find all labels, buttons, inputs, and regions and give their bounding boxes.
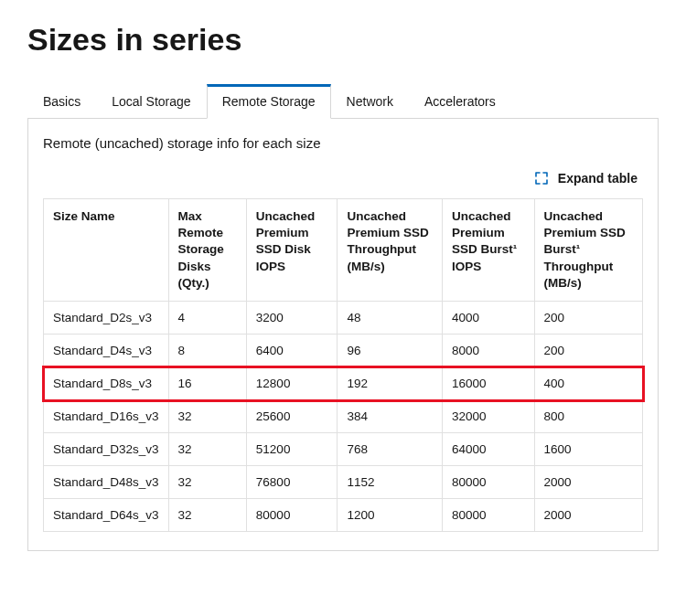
- table-cell: 8000: [443, 335, 535, 367]
- table-cell: 80000: [443, 466, 535, 499]
- table-cell: 25600: [246, 400, 338, 433]
- table-row: Standard_D48s_v332768001152800002000: [44, 466, 643, 499]
- table-cell: 2000: [534, 466, 642, 499]
- table-row: Standard_D8s_v3161280019216000400: [44, 367, 643, 400]
- table-cell: 1200: [338, 499, 443, 532]
- table-cell: 64000: [443, 433, 535, 466]
- table-row: Standard_D64s_v332800001200800002000: [44, 499, 643, 532]
- col-size-name: Size Name: [44, 199, 169, 302]
- table-cell: 12800: [246, 367, 338, 400]
- table-cell: 200: [534, 335, 642, 367]
- tab-local-storage[interactable]: Local Storage: [96, 84, 206, 119]
- table-cell: 192: [338, 367, 443, 400]
- table-cell: 1600: [534, 433, 642, 466]
- table-cell: Standard_D64s_v3: [44, 499, 169, 532]
- table-cell: 51200: [246, 433, 338, 466]
- table-cell: 3200: [246, 302, 338, 335]
- table-cell: 4000: [443, 302, 535, 335]
- tab-remote-storage[interactable]: Remote Storage: [207, 84, 331, 119]
- table-cell: 768: [338, 433, 443, 466]
- tab-accelerators[interactable]: Accelerators: [409, 84, 511, 119]
- col-iops: Uncached Premium SSD Disk IOPS: [246, 199, 338, 302]
- table-cell: Standard_D32s_v3: [44, 433, 169, 466]
- table-cell: 2000: [534, 499, 642, 532]
- table-cell: 76800: [246, 466, 338, 499]
- table-cell: 32: [168, 499, 246, 532]
- table-cell: Standard_D48s_v3: [44, 466, 169, 499]
- table-cell: 6400: [246, 335, 338, 367]
- table-cell: 200: [534, 302, 642, 335]
- table-row: Standard_D32s_v33251200768640001600: [44, 433, 643, 466]
- table-cell: 32000: [443, 400, 535, 433]
- table-cell: 800: [534, 400, 642, 433]
- table-row: Standard_D16s_v3322560038432000800: [44, 400, 643, 433]
- tab-bar: Basics Local Storage Remote Storage Netw…: [27, 83, 659, 119]
- tab-basics[interactable]: Basics: [27, 84, 96, 119]
- col-throughput: Uncached Premium SSD Throughput (MB/s): [338, 199, 443, 302]
- table-cell: 48: [338, 302, 443, 335]
- col-burst-throughput: Uncached Premium SSD Burst¹ Throughput (…: [534, 199, 642, 302]
- col-max-disks: Max Remote Storage Disks (Qty.): [168, 199, 246, 302]
- table-cell: 400: [534, 367, 642, 400]
- table-cell: 16000: [443, 367, 535, 400]
- table-cell: 384: [338, 400, 443, 433]
- tab-panel: Remote (uncached) storage info for each …: [27, 119, 659, 551]
- table-row: Standard_D4s_v386400968000200: [44, 335, 643, 367]
- table-cell: Standard_D16s_v3: [44, 400, 169, 433]
- expand-table-label: Expand table: [558, 171, 638, 186]
- table-cell: 96: [338, 335, 443, 367]
- table-cell: 32: [168, 433, 246, 466]
- sizes-table: Size Name Max Remote Storage Disks (Qty.…: [43, 198, 643, 532]
- table-cell: Standard_D2s_v3: [44, 302, 169, 335]
- table-cell: 80000: [443, 499, 535, 532]
- table-cell: Standard_D4s_v3: [44, 335, 169, 367]
- expand-icon: [534, 171, 549, 186]
- table-header-row: Size Name Max Remote Storage Disks (Qty.…: [44, 199, 643, 302]
- table-cell: 16: [168, 367, 246, 400]
- table-cell: 32: [168, 466, 246, 499]
- panel-description: Remote (uncached) storage info for each …: [43, 135, 643, 151]
- table-row: Standard_D2s_v343200484000200: [44, 302, 643, 335]
- expand-table-button[interactable]: Expand table: [43, 171, 643, 186]
- table-cell: 4: [168, 302, 246, 335]
- table-cell: 8: [168, 335, 246, 367]
- table-cell: 32: [168, 400, 246, 433]
- table-cell: 80000: [246, 499, 338, 532]
- col-burst-iops: Uncached Premium SSD Burst¹ IOPS: [443, 199, 535, 302]
- page-title: Sizes in series: [27, 22, 659, 58]
- table-cell: Standard_D8s_v3: [44, 367, 169, 400]
- table-cell: 1152: [338, 466, 443, 499]
- tab-network[interactable]: Network: [331, 84, 409, 119]
